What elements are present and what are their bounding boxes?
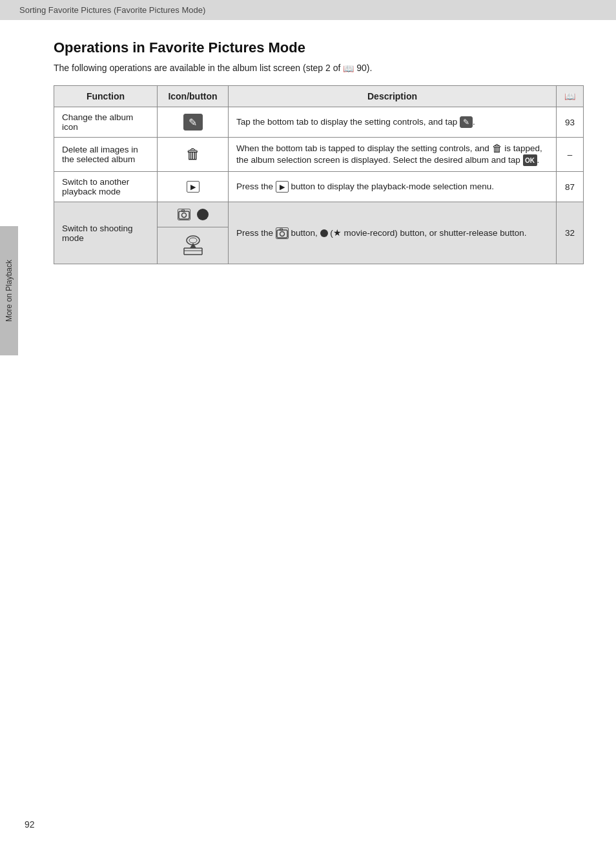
circle-filled-icon [197, 209, 209, 220]
play-button-icon: ▶ [187, 181, 200, 193]
row2-description: When the bottom tab is tapped to display… [229, 138, 557, 172]
inline-camera-icon [276, 227, 289, 239]
shutter-release-icon [179, 234, 207, 257]
operations-table: Function Icon/button Description 📖 [54, 85, 584, 264]
row2-function: Delete all images in the selected album [54, 138, 158, 172]
inline-circle-icon [320, 229, 328, 237]
row4-description: Press the button, (★ movie-record) butto… [229, 202, 557, 264]
table-row: Change the album icon ✎ Tap the bottom t… [54, 107, 584, 138]
ok-icon: OK [523, 154, 537, 166]
header-icon-button: Icon/button [158, 86, 229, 107]
svg-point-4 [189, 238, 197, 243]
table-row: Delete all images in the selected album … [54, 138, 584, 172]
shooting-bottom-icons [158, 227, 228, 264]
header-function: Function [54, 86, 158, 107]
header-page: 📖 [557, 86, 584, 107]
table-row: Switch to shooting mode [54, 202, 584, 264]
page-title: Operations in Favorite Pictures Mode [54, 39, 584, 56]
svg-point-1 [181, 213, 186, 218]
row1-page: 93 [557, 107, 584, 138]
pencil-icon: ✎ [183, 114, 203, 131]
inline-trash-icon: 🗑 [492, 143, 502, 154]
top-bar-text: Sorting Favorite Pictures (Favorite Pict… [19, 5, 205, 15]
trash-icon: 🗑 [186, 146, 200, 162]
row3-function: Switch to another playback mode [54, 172, 158, 202]
row4-page: 32 [557, 202, 584, 264]
book-icon: 📖 [343, 63, 354, 74]
main-content: Operations in Favorite Pictures Mode The… [18, 20, 616, 284]
header-description: Description [229, 86, 557, 107]
inline-pencil-icon: ✎ [460, 116, 473, 128]
svg-marker-10 [190, 243, 196, 248]
side-tab: More on Playback [0, 226, 18, 355]
page-wrapper: Sorting Favorite Pictures (Favorite Pict… [0, 0, 616, 849]
row1-function: Change the album icon [54, 107, 158, 138]
page-number: 92 [25, 819, 35, 830]
shooting-top-icons [158, 202, 228, 227]
table-row: Switch to another playback mode ▶ Press … [54, 172, 584, 202]
row2-page: – [557, 138, 584, 172]
svg-point-12 [280, 232, 284, 236]
row1-description: Tap the bottom tab to display the settin… [229, 107, 557, 138]
intro-paragraph: The following operations are available i… [54, 63, 584, 74]
row2-icon: 🗑 [158, 138, 229, 172]
row4-icon [158, 202, 229, 264]
camera-icon [178, 209, 190, 220]
row4-function: Switch to shooting mode [54, 202, 158, 264]
movie-record-text: ★ movie-record) [333, 228, 398, 238]
inline-play-icon: ▶ [276, 181, 289, 193]
row1-icon: ✎ [158, 107, 229, 138]
table-header-row: Function Icon/button Description 📖 [54, 86, 584, 107]
row3-icon: ▶ [158, 172, 229, 202]
row3-description: Press the ▶ button to display the playba… [229, 172, 557, 202]
row3-page: 87 [557, 172, 584, 202]
side-tab-label: More on Playback [5, 260, 14, 322]
top-bar: Sorting Favorite Pictures (Favorite Pict… [0, 0, 616, 20]
